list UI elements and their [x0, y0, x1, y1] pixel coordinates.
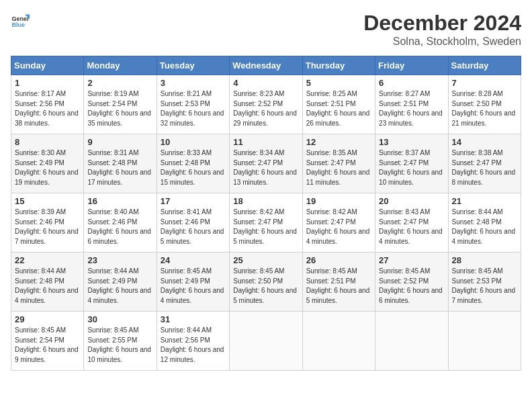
day-number: 21 [452, 196, 517, 206]
day-number: 24 [161, 255, 226, 265]
calendar-cell: 6Sunrise: 8:27 AMSunset: 2:51 PMDaylight… [375, 75, 448, 134]
calendar-cell [302, 312, 375, 371]
col-header-thursday: Thursday [302, 56, 375, 75]
calendar-week-row: 15Sunrise: 8:39 AMSunset: 2:46 PMDayligh… [11, 193, 521, 253]
calendar-cell [230, 312, 302, 371]
calendar-cell: 10Sunrise: 8:33 AMSunset: 2:48 PMDayligh… [157, 134, 229, 193]
calendar-cell: 30Sunrise: 8:45 AMSunset: 2:55 PMDayligh… [84, 312, 157, 371]
logo: General Blue [11, 11, 30, 30]
calendar-cell: 9Sunrise: 8:31 AMSunset: 2:48 PMDaylight… [84, 134, 157, 193]
day-number: 12 [306, 137, 371, 147]
day-number: 1 [15, 78, 80, 88]
day-number: 17 [161, 196, 226, 206]
cell-info: Sunrise: 8:45 AMSunset: 2:52 PMDaylight:… [379, 267, 443, 304]
day-number: 18 [233, 196, 298, 206]
day-number: 8 [15, 137, 80, 147]
cell-info: Sunrise: 8:45 AMSunset: 2:53 PMDaylight:… [452, 267, 516, 304]
cell-info: Sunrise: 8:21 AMSunset: 2:53 PMDaylight:… [161, 90, 224, 127]
cell-info: Sunrise: 8:27 AMSunset: 2:51 PMDaylight:… [379, 90, 443, 127]
col-header-wednesday: Wednesday [230, 56, 302, 75]
calendar-cell: 15Sunrise: 8:39 AMSunset: 2:46 PMDayligh… [11, 193, 84, 253]
calendar-cell: 29Sunrise: 8:45 AMSunset: 2:54 PMDayligh… [11, 312, 84, 371]
title-area: December 2024 Solna, Stockholm, Sweden [363, 11, 521, 48]
calendar-cell: 22Sunrise: 8:44 AMSunset: 2:48 PMDayligh… [11, 253, 84, 312]
day-number: 23 [87, 255, 152, 265]
cell-info: Sunrise: 8:44 AMSunset: 2:49 PMDaylight:… [87, 267, 151, 304]
calendar-cell: 28Sunrise: 8:45 AMSunset: 2:53 PMDayligh… [448, 253, 521, 312]
cell-info: Sunrise: 8:43 AMSunset: 2:47 PMDaylight:… [379, 208, 443, 245]
cell-info: Sunrise: 8:40 AMSunset: 2:46 PMDaylight:… [87, 208, 151, 245]
cell-info: Sunrise: 8:34 AMSunset: 2:47 PMDaylight:… [233, 149, 297, 186]
cell-info: Sunrise: 8:38 AMSunset: 2:47 PMDaylight:… [452, 149, 516, 186]
day-number: 13 [379, 137, 444, 147]
day-number: 2 [87, 78, 152, 88]
cell-info: Sunrise: 8:44 AMSunset: 2:48 PMDaylight:… [452, 208, 516, 245]
calendar-cell: 26Sunrise: 8:45 AMSunset: 2:51 PMDayligh… [302, 253, 375, 312]
col-header-monday: Monday [84, 56, 157, 75]
day-number: 10 [161, 137, 226, 147]
day-number: 25 [233, 255, 298, 265]
day-number: 5 [306, 78, 371, 88]
calendar-cell: 13Sunrise: 8:37 AMSunset: 2:47 PMDayligh… [375, 134, 448, 193]
cell-info: Sunrise: 8:45 AMSunset: 2:51 PMDaylight:… [306, 267, 370, 304]
calendar-cell: 3Sunrise: 8:21 AMSunset: 2:53 PMDaylight… [157, 75, 229, 134]
col-header-tuesday: Tuesday [157, 56, 229, 75]
cell-info: Sunrise: 8:23 AMSunset: 2:52 PMDaylight:… [233, 90, 297, 127]
calendar-week-row: 29Sunrise: 8:45 AMSunset: 2:54 PMDayligh… [11, 312, 521, 371]
day-number: 9 [87, 137, 152, 147]
calendar-cell: 12Sunrise: 8:35 AMSunset: 2:47 PMDayligh… [302, 134, 375, 193]
cell-info: Sunrise: 8:25 AMSunset: 2:51 PMDaylight:… [306, 90, 370, 127]
calendar-cell [375, 312, 448, 371]
day-number: 30 [87, 314, 152, 324]
calendar-week-row: 22Sunrise: 8:44 AMSunset: 2:48 PMDayligh… [11, 253, 521, 312]
col-header-friday: Friday [375, 56, 448, 75]
calendar-cell: 14Sunrise: 8:38 AMSunset: 2:47 PMDayligh… [448, 134, 521, 193]
calendar-cell: 17Sunrise: 8:41 AMSunset: 2:46 PMDayligh… [157, 193, 229, 253]
calendar-cell: 25Sunrise: 8:45 AMSunset: 2:50 PMDayligh… [230, 253, 302, 312]
calendar-week-row: 8Sunrise: 8:30 AMSunset: 2:49 PMDaylight… [11, 134, 521, 193]
cell-info: Sunrise: 8:35 AMSunset: 2:47 PMDaylight:… [306, 149, 370, 186]
cell-info: Sunrise: 8:44 AMSunset: 2:56 PMDaylight:… [161, 326, 224, 363]
calendar-cell: 27Sunrise: 8:45 AMSunset: 2:52 PMDayligh… [375, 253, 448, 312]
day-number: 16 [87, 196, 152, 206]
day-number: 28 [452, 255, 517, 265]
cell-info: Sunrise: 8:39 AMSunset: 2:46 PMDaylight:… [15, 208, 79, 245]
page-header: General Blue December 2024 Solna, Stockh… [11, 11, 521, 48]
cell-info: Sunrise: 8:42 AMSunset: 2:47 PMDaylight:… [233, 208, 297, 245]
calendar-cell: 7Sunrise: 8:28 AMSunset: 2:50 PMDaylight… [448, 75, 521, 134]
cell-info: Sunrise: 8:44 AMSunset: 2:48 PMDaylight:… [15, 267, 79, 304]
cell-info: Sunrise: 8:28 AMSunset: 2:50 PMDaylight:… [452, 90, 516, 127]
day-number: 19 [306, 196, 371, 206]
cell-info: Sunrise: 8:45 AMSunset: 2:50 PMDaylight:… [233, 267, 297, 304]
cell-info: Sunrise: 8:45 AMSunset: 2:54 PMDaylight:… [15, 326, 79, 363]
day-number: 31 [161, 314, 226, 324]
calendar-cell: 23Sunrise: 8:44 AMSunset: 2:49 PMDayligh… [84, 253, 157, 312]
day-number: 14 [452, 137, 517, 147]
col-header-saturday: Saturday [448, 56, 521, 75]
day-number: 4 [233, 78, 298, 88]
calendar-cell: 24Sunrise: 8:45 AMSunset: 2:49 PMDayligh… [157, 253, 229, 312]
day-number: 22 [15, 255, 80, 265]
svg-text:Blue: Blue [11, 21, 25, 28]
cell-info: Sunrise: 8:31 AMSunset: 2:48 PMDaylight:… [87, 149, 151, 186]
cell-info: Sunrise: 8:45 AMSunset: 2:49 PMDaylight:… [161, 267, 224, 304]
cell-info: Sunrise: 8:41 AMSunset: 2:46 PMDaylight:… [161, 208, 224, 245]
cell-info: Sunrise: 8:19 AMSunset: 2:54 PMDaylight:… [87, 90, 151, 127]
calendar-cell: 11Sunrise: 8:34 AMSunset: 2:47 PMDayligh… [230, 134, 302, 193]
calendar-cell: 21Sunrise: 8:44 AMSunset: 2:48 PMDayligh… [448, 193, 521, 253]
day-number: 7 [452, 78, 517, 88]
calendar-cell: 8Sunrise: 8:30 AMSunset: 2:49 PMDaylight… [11, 134, 84, 193]
month-title: December 2024 [363, 11, 521, 36]
calendar-cell: 19Sunrise: 8:42 AMSunset: 2:47 PMDayligh… [302, 193, 375, 253]
cell-info: Sunrise: 8:17 AMSunset: 2:56 PMDaylight:… [15, 90, 79, 127]
calendar-cell: 20Sunrise: 8:43 AMSunset: 2:47 PMDayligh… [375, 193, 448, 253]
day-number: 3 [161, 78, 226, 88]
calendar-cell [448, 312, 521, 371]
cell-info: Sunrise: 8:30 AMSunset: 2:49 PMDaylight:… [15, 149, 79, 186]
location-title: Solna, Stockholm, Sweden [363, 36, 521, 48]
calendar-cell: 31Sunrise: 8:44 AMSunset: 2:56 PMDayligh… [157, 312, 229, 371]
calendar-cell: 18Sunrise: 8:42 AMSunset: 2:47 PMDayligh… [230, 193, 302, 253]
col-header-sunday: Sunday [11, 56, 84, 75]
day-number: 6 [379, 78, 444, 88]
day-number: 29 [15, 314, 80, 324]
